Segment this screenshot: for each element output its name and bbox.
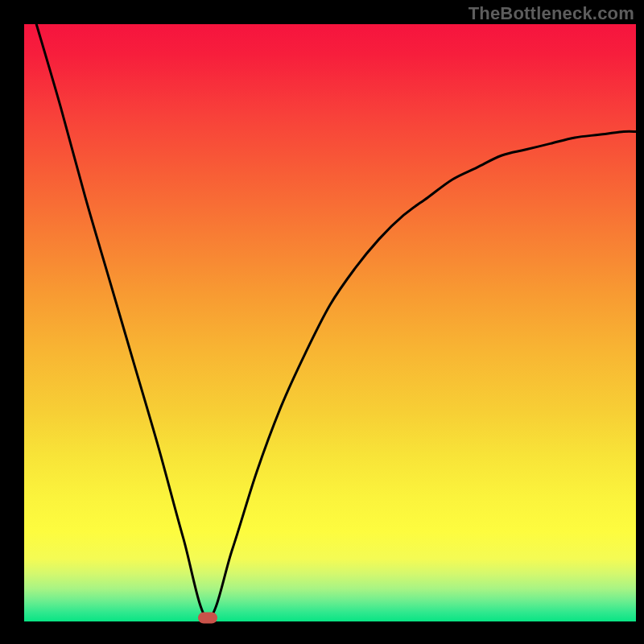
minimum-marker xyxy=(198,613,217,624)
bottleneck-chart xyxy=(0,0,644,644)
chart-frame: TheBottleneck.com xyxy=(0,0,644,644)
plot-background xyxy=(24,24,636,621)
attribution-text: TheBottleneck.com xyxy=(469,3,634,24)
